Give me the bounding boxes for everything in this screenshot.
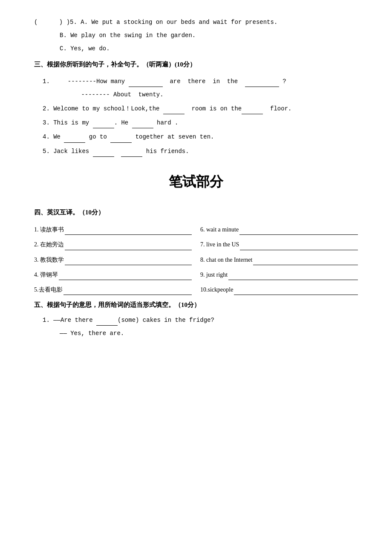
s4-blank-4[interactable] [59,273,192,280]
s3q3-line: 3. This is my . He hard . [43,118,358,128]
s4-blank-5[interactable] [63,288,192,295]
s5q1-line2: —— Yes, there are. [60,328,358,339]
s4-item-9: 9. just right [200,269,358,280]
s4-label-6: 6. wait a minute [200,224,239,235]
s3q2-line: 2. Welcome to my school！Look,the room is… [43,104,358,114]
s4-blank-1[interactable] [65,228,192,235]
q5-optionB: B. We play on the swing in the garden. [60,32,196,39]
section3-q2: 2. Welcome to my school！Look,the room is… [34,104,358,114]
s4-label-3: 3. 教我数学 [34,254,64,265]
s3q4-line: 4. We go to together at seven ten. [43,132,358,142]
q5-optionB-line: B. We play on the swing in the garden. [60,30,358,41]
section3-q3: 3. This is my . He hard . [34,118,358,128]
s4-item-3: 3. 教我数学 [34,254,192,265]
s4-label-2: 2. 在她旁边 [34,239,64,250]
q5-optionA: A. We put a stocking on our beds and wai… [81,19,277,26]
s3q1-blank1[interactable] [129,80,163,87]
s4-item-6: 6. wait a minute [200,224,358,235]
section5-title-text: 五、根据句子的意思，用所给词的适当形式填空。（10分） [34,301,200,308]
s3q5-line: 5. Jack likes his friends. [43,146,358,157]
s4-blank-2[interactable] [65,243,192,250]
s4-item-10: 10.sickpeople [200,284,358,295]
s3q3-blank2[interactable] [132,121,153,128]
q5-optionC: C. Yes, we do. [60,45,110,52]
section3-q5: 5. Jack likes his friends. [34,146,358,157]
s3q2-blank1[interactable] [163,107,184,114]
s4-blank-8[interactable] [253,258,358,265]
s3q4-blank1[interactable] [64,136,85,143]
s4-blank-7[interactable] [240,243,358,250]
s4-blank-10[interactable] [234,288,358,295]
big-title: 笔试部分 [34,170,358,194]
s3q1-line2: -------- About twenty. [60,90,358,100]
q5-optionC-line: C. Yes, we do. [60,43,358,54]
s4-label-5: 5.去看电影 [34,284,63,295]
s3q3-blank1[interactable] [93,121,114,128]
s4-blank-3[interactable] [65,258,192,265]
s4-item-1: 1. 读故事书 [34,224,192,235]
s3q1-line1: 1. --------How many are there in the ? [43,76,358,87]
section5-title: 五、根据句子的意思，用所给词的适当形式填空。（10分） [34,299,358,311]
s4-label-9: 9. just right [200,269,228,280]
paren-blank: ( ) [34,19,63,26]
s4-label-10: 10.sickpeople [200,284,233,295]
s4-label-1: 1. 读故事书 [34,224,64,235]
s4-item-4: 4. 弹钢琴 [34,269,192,280]
s4-label-4: 4. 弹钢琴 [34,269,58,280]
q5-stem: ( ) )5. A. We put a stocking on our beds… [34,17,358,28]
s4-label-8: 8. chat on the Internet [200,254,252,265]
s4-item-8: 8. chat on the Internet [200,254,358,265]
s3q5-blank2[interactable] [121,150,142,157]
s3q2-blank2[interactable] [242,107,263,114]
s4-blank-9[interactable] [228,273,358,280]
s3q1-blank2[interactable] [245,80,279,87]
section4-grid: 1. 读故事书 6. wait a minute 2. 在她旁边 7. live… [34,224,358,295]
s4-label-7: 7. live in the US [200,239,239,250]
s4-item-7: 7. live in the US [200,239,358,250]
section3-q1: 1. --------How many are there in the ? -… [34,76,358,100]
s5q1-blank[interactable] [96,319,118,326]
section4-title: 四、英汉互译。（10分） [34,207,358,218]
s4-blank-6[interactable] [239,228,358,235]
s4-item-5: 5.去看电影 [34,284,192,295]
section5-q1: 1. ——Are there (some) cakes in the fridg… [34,315,358,339]
s3q4-blank2[interactable] [110,136,132,143]
s3q5-blank1[interactable] [93,150,114,157]
s4-item-2: 2. 在她旁边 [34,239,192,250]
listening-q5: ( ) )5. A. We put a stocking on our beds… [34,17,358,55]
q5-number: )5. [66,19,77,26]
section3-q4: 4. We go to together at seven ten. [34,132,358,142]
section3-title: 三、根据你所听到的句子，补全句子。（听两遍）(10分） [34,59,358,70]
s5q1-line1: 1. ——Are there (some) cakes in the fridg… [43,315,358,326]
